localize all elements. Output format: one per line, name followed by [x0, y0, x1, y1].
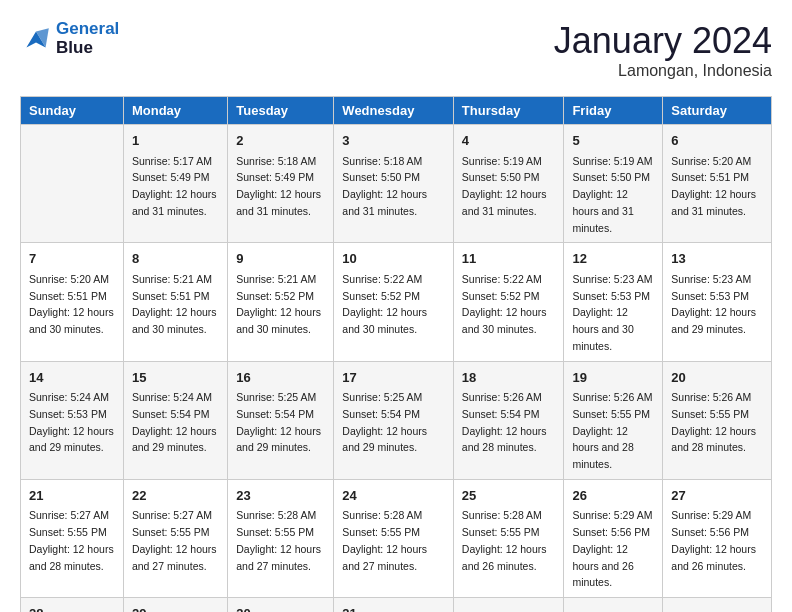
calendar-cell: 8Sunrise: 5:21 AMSunset: 5:51 PMDaylight… — [123, 243, 227, 361]
daylight-info: Daylight: 12 hours and 28 minutes. — [462, 425, 547, 454]
calendar-cell: 10Sunrise: 5:22 AMSunset: 5:52 PMDayligh… — [334, 243, 454, 361]
sunset-info: Sunset: 5:49 PM — [236, 171, 314, 183]
sunrise-info: Sunrise: 5:28 AM — [342, 509, 422, 521]
calendar-cell: 2Sunrise: 5:18 AMSunset: 5:49 PMDaylight… — [228, 125, 334, 243]
calendar-cell: 23Sunrise: 5:28 AMSunset: 5:55 PMDayligh… — [228, 479, 334, 597]
calendar-cell: 14Sunrise: 5:24 AMSunset: 5:53 PMDayligh… — [21, 361, 124, 479]
day-number: 9 — [236, 249, 325, 269]
weekday-header: Monday — [123, 97, 227, 125]
sunset-info: Sunset: 5:50 PM — [572, 171, 650, 183]
sunset-info: Sunset: 5:53 PM — [671, 290, 749, 302]
sunset-info: Sunset: 5:50 PM — [462, 171, 540, 183]
calendar-cell: 29Sunrise: 5:30 AMSunset: 5:56 PMDayligh… — [123, 598, 227, 613]
location: Lamongan, Indonesia — [554, 62, 772, 80]
sunrise-info: Sunrise: 5:27 AM — [132, 509, 212, 521]
sunset-info: Sunset: 5:55 PM — [572, 408, 650, 420]
logo-line2: Blue — [56, 38, 93, 57]
sunset-info: Sunset: 5:54 PM — [342, 408, 420, 420]
daylight-info: Daylight: 12 hours and 31 minutes. — [236, 188, 321, 217]
sunset-info: Sunset: 5:52 PM — [462, 290, 540, 302]
daylight-info: Daylight: 12 hours and 31 minutes. — [462, 188, 547, 217]
calendar-cell: 27Sunrise: 5:29 AMSunset: 5:56 PMDayligh… — [663, 479, 772, 597]
sunset-info: Sunset: 5:56 PM — [671, 526, 749, 538]
calendar-cell: 26Sunrise: 5:29 AMSunset: 5:56 PMDayligh… — [564, 479, 663, 597]
calendar-cell: 9Sunrise: 5:21 AMSunset: 5:52 PMDaylight… — [228, 243, 334, 361]
daylight-info: Daylight: 12 hours and 29 minutes. — [132, 425, 217, 454]
daylight-info: Daylight: 12 hours and 26 minutes. — [462, 543, 547, 572]
day-number: 6 — [671, 131, 763, 151]
sunset-info: Sunset: 5:54 PM — [462, 408, 540, 420]
calendar-cell: 3Sunrise: 5:18 AMSunset: 5:50 PMDaylight… — [334, 125, 454, 243]
daylight-info: Daylight: 12 hours and 31 minutes. — [671, 188, 756, 217]
daylight-info: Daylight: 12 hours and 29 minutes. — [342, 425, 427, 454]
calendar-cell — [453, 598, 564, 613]
day-number: 23 — [236, 486, 325, 506]
day-number: 31 — [342, 604, 445, 612]
sunrise-info: Sunrise: 5:18 AM — [236, 155, 316, 167]
day-number: 8 — [132, 249, 219, 269]
sunrise-info: Sunrise: 5:21 AM — [132, 273, 212, 285]
sunrise-info: Sunrise: 5:17 AM — [132, 155, 212, 167]
sunrise-info: Sunrise: 5:18 AM — [342, 155, 422, 167]
daylight-info: Daylight: 12 hours and 30 minutes. — [236, 306, 321, 335]
sunrise-info: Sunrise: 5:19 AM — [572, 155, 652, 167]
sunset-info: Sunset: 5:55 PM — [236, 526, 314, 538]
logo-text: General Blue — [56, 20, 119, 57]
day-number: 4 — [462, 131, 556, 151]
sunset-info: Sunset: 5:55 PM — [671, 408, 749, 420]
daylight-info: Daylight: 12 hours and 26 minutes. — [671, 543, 756, 572]
sunrise-info: Sunrise: 5:28 AM — [462, 509, 542, 521]
sunset-info: Sunset: 5:49 PM — [132, 171, 210, 183]
calendar-cell: 1Sunrise: 5:17 AMSunset: 5:49 PMDaylight… — [123, 125, 227, 243]
daylight-info: Daylight: 12 hours and 30 minutes. — [132, 306, 217, 335]
day-number: 25 — [462, 486, 556, 506]
page-header: General Blue January 2024 Lamongan, Indo… — [20, 20, 772, 80]
title-area: January 2024 Lamongan, Indonesia — [554, 20, 772, 80]
weekday-header: Sunday — [21, 97, 124, 125]
daylight-info: Daylight: 12 hours and 28 minutes. — [572, 425, 633, 471]
sunrise-info: Sunrise: 5:28 AM — [236, 509, 316, 521]
calendar-cell: 30Sunrise: 5:30 AMSunset: 5:56 PMDayligh… — [228, 598, 334, 613]
sunset-info: Sunset: 5:51 PM — [671, 171, 749, 183]
calendar-week-row: 21Sunrise: 5:27 AMSunset: 5:55 PMDayligh… — [21, 479, 772, 597]
daylight-info: Daylight: 12 hours and 30 minutes. — [462, 306, 547, 335]
calendar-cell: 6Sunrise: 5:20 AMSunset: 5:51 PMDaylight… — [663, 125, 772, 243]
calendar-cell: 20Sunrise: 5:26 AMSunset: 5:55 PMDayligh… — [663, 361, 772, 479]
daylight-info: Daylight: 12 hours and 29 minutes. — [236, 425, 321, 454]
day-number: 11 — [462, 249, 556, 269]
day-number: 3 — [342, 131, 445, 151]
daylight-info: Daylight: 12 hours and 27 minutes. — [342, 543, 427, 572]
sunrise-info: Sunrise: 5:25 AM — [236, 391, 316, 403]
calendar-cell: 24Sunrise: 5:28 AMSunset: 5:55 PMDayligh… — [334, 479, 454, 597]
calendar-cell — [21, 125, 124, 243]
day-number: 21 — [29, 486, 115, 506]
daylight-info: Daylight: 12 hours and 27 minutes. — [236, 543, 321, 572]
logo-icon — [20, 25, 52, 53]
sunset-info: Sunset: 5:50 PM — [342, 171, 420, 183]
sunrise-info: Sunrise: 5:23 AM — [572, 273, 652, 285]
logo: General Blue — [20, 20, 119, 57]
day-number: 29 — [132, 604, 219, 612]
calendar-cell: 17Sunrise: 5:25 AMSunset: 5:54 PMDayligh… — [334, 361, 454, 479]
day-number: 24 — [342, 486, 445, 506]
day-number: 30 — [236, 604, 325, 612]
sunset-info: Sunset: 5:53 PM — [572, 290, 650, 302]
weekday-header: Thursday — [453, 97, 564, 125]
calendar-week-row: 14Sunrise: 5:24 AMSunset: 5:53 PMDayligh… — [21, 361, 772, 479]
day-number: 26 — [572, 486, 654, 506]
calendar-cell: 28Sunrise: 5:30 AMSunset: 5:56 PMDayligh… — [21, 598, 124, 613]
calendar-header-row: SundayMondayTuesdayWednesdayThursdayFrid… — [21, 97, 772, 125]
calendar-cell: 4Sunrise: 5:19 AMSunset: 5:50 PMDaylight… — [453, 125, 564, 243]
daylight-info: Daylight: 12 hours and 31 minutes. — [572, 188, 633, 234]
daylight-info: Daylight: 12 hours and 28 minutes. — [29, 543, 114, 572]
daylight-info: Daylight: 12 hours and 31 minutes. — [132, 188, 217, 217]
calendar-week-row: 7Sunrise: 5:20 AMSunset: 5:51 PMDaylight… — [21, 243, 772, 361]
day-number: 7 — [29, 249, 115, 269]
sunset-info: Sunset: 5:55 PM — [342, 526, 420, 538]
sunset-info: Sunset: 5:51 PM — [29, 290, 107, 302]
daylight-info: Daylight: 12 hours and 31 minutes. — [342, 188, 427, 217]
sunset-info: Sunset: 5:55 PM — [29, 526, 107, 538]
weekday-header: Friday — [564, 97, 663, 125]
sunrise-info: Sunrise: 5:26 AM — [572, 391, 652, 403]
day-number: 10 — [342, 249, 445, 269]
